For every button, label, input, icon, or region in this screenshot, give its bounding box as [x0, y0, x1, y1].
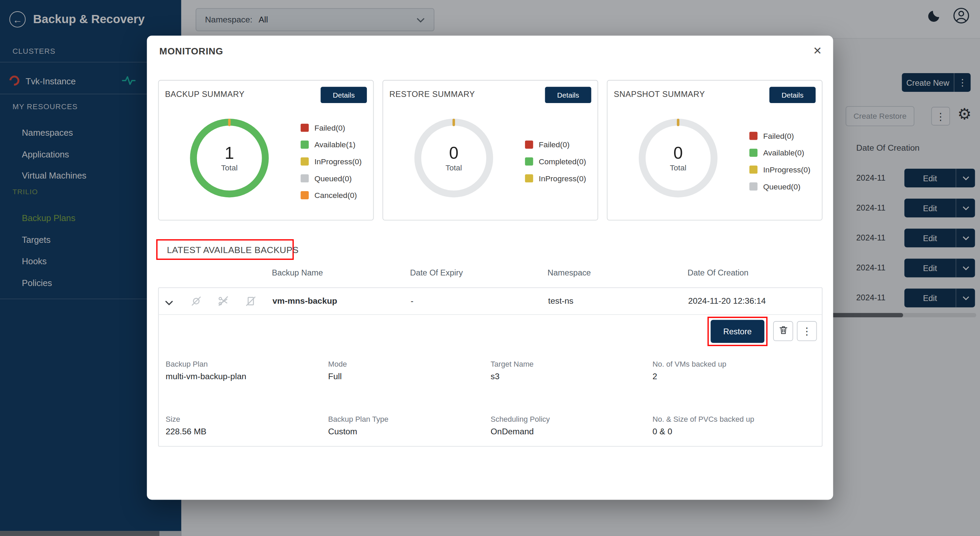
field-label: No. & Size of PVCs backed up	[653, 415, 754, 424]
donut-center: 0 Total	[639, 119, 717, 197]
modal-title: MONITORING	[159, 46, 223, 56]
card-title: RESTORE SUMMARY	[389, 89, 475, 99]
monitoring-modal: MONITORING ✕ BACKUP SUMMARY Details 1 To…	[147, 36, 833, 500]
field-value: Full	[328, 372, 347, 381]
total-label: Total	[221, 163, 238, 173]
app-root: ← Backup & Recovery CLUSTERS Tvk-Instanc…	[0, 0, 980, 536]
legend-item: Queued(0)	[301, 170, 362, 187]
field-label: Target Name	[491, 360, 533, 369]
donut-center: 1 Total	[190, 119, 269, 197]
legend-item: Failed(0)	[301, 119, 362, 136]
retention-disabled-icon	[244, 295, 257, 310]
field-mode: Mode Full	[328, 360, 347, 381]
legend-swatch	[301, 191, 309, 199]
legend-label: Failed(0)	[763, 132, 794, 140]
field-label: Mode	[328, 360, 347, 369]
field-size: Size 228.56 MB	[166, 415, 207, 436]
legend-swatch	[749, 166, 757, 174]
card-title: BACKUP SUMMARY	[165, 89, 245, 99]
exclude-disabled-icon	[217, 295, 229, 310]
legend-label: Available(1)	[314, 140, 356, 149]
restore-summary-card: RESTORE SUMMARY Details 0 Total Failed(0…	[382, 80, 598, 220]
field-label: Size	[166, 415, 207, 424]
legend-label: Canceled(0)	[314, 191, 357, 200]
legend: Failed(0) Completed(0) InProgress(0)	[525, 136, 586, 187]
field-backup-plan-type: Backup Plan Type Custom	[328, 415, 388, 436]
legend-swatch	[301, 124, 309, 132]
legend-swatch	[525, 174, 533, 182]
field-pvcs-backed-up: No. & Size of PVCs backed up 0 & 0	[653, 415, 754, 436]
field-scheduling-policy: Scheduling Policy OnDemand	[491, 415, 550, 436]
legend-label: Available(0)	[763, 148, 804, 157]
summary-cards: BACKUP SUMMARY Details 1 Total Failed(0)…	[158, 80, 822, 220]
delete-backup-button[interactable]	[773, 321, 793, 341]
field-label: No. of VMs backed up	[653, 360, 727, 369]
field-vms-backed-up: No. of VMs backed up 2	[653, 360, 727, 381]
legend-item: Available(0)	[749, 144, 811, 161]
snapshot-donut-chart: 0 Total	[639, 119, 717, 197]
field-label: Backup Plan	[166, 360, 247, 369]
chevron-down-expander-icon[interactable]	[165, 297, 173, 308]
legend-swatch	[749, 182, 757, 190]
column-header-date-of-expiry: Date Of Expiry	[410, 268, 463, 278]
legend-item: Queued(0)	[749, 178, 811, 195]
restore-donut-chart: 0 Total	[414, 119, 493, 197]
legend-swatch	[525, 140, 533, 149]
snapshot-summary-card: SNAPSHOT SUMMARY Details 0 Total Failed(…	[607, 80, 822, 220]
details-button[interactable]: Details	[321, 87, 367, 103]
field-value: 0 & 0	[653, 427, 754, 436]
latest-backups-section-title: LATEST AVAILABLE BACKUPS	[158, 244, 299, 254]
total-value: 1	[224, 144, 234, 163]
backup-row-container: vm-mns-backup - test-ns 2024-11-20 12:36…	[158, 287, 822, 447]
legend-item: Completed(0)	[525, 153, 586, 170]
column-header-date-of-creation: Date Of Creation	[687, 268, 748, 278]
legend-label: Queued(0)	[314, 174, 352, 183]
field-value: 228.56 MB	[166, 427, 207, 436]
legend-label: InProgress(0)	[763, 165, 811, 174]
close-icon[interactable]: ✕	[813, 44, 822, 57]
legend-swatch	[749, 149, 757, 157]
legend-label: Completed(0)	[539, 157, 586, 166]
legend-label: InProgress(0)	[539, 174, 586, 183]
legend-item: Available(1)	[301, 136, 362, 153]
cell-backup-name: vm-mns-backup	[272, 296, 337, 306]
legend-item: InProgress(0)	[749, 161, 811, 178]
total-label: Total	[670, 163, 687, 173]
legend-item: InProgress(0)	[301, 153, 362, 170]
cell-date-of-creation: 2024-11-20 12:36:14	[688, 296, 765, 306]
legend-swatch	[301, 157, 309, 166]
legend: Failed(0) Available(1) InProgress(0) Que…	[301, 119, 362, 204]
legend-item: Canceled(0)	[301, 187, 362, 204]
field-value: s3	[491, 372, 533, 381]
column-header-backup-name: Backup Name	[272, 268, 323, 278]
backup-summary-card: BACKUP SUMMARY Details 1 Total Failed(0)…	[158, 80, 374, 220]
legend-swatch	[525, 157, 533, 166]
total-value: 0	[673, 144, 683, 163]
total-label: Total	[445, 163, 462, 173]
backup-donut-chart: 1 Total	[190, 119, 269, 197]
field-value: OnDemand	[491, 427, 550, 436]
donut-center: 0 Total	[414, 119, 493, 197]
legend-swatch	[749, 132, 757, 140]
total-value: 0	[449, 144, 459, 163]
card-title: SNAPSHOT SUMMARY	[614, 89, 705, 99]
legend: Failed(0) Available(0) InProgress(0) Que…	[749, 128, 811, 195]
cell-namespace: test-ns	[548, 296, 573, 306]
legend-item: InProgress(0)	[525, 170, 586, 187]
legend-swatch	[301, 140, 309, 149]
row-kebab-menu-button[interactable]: ⋮	[797, 321, 817, 341]
field-target-name: Target Name s3	[491, 360, 533, 381]
field-value: Custom	[328, 427, 388, 436]
details-button[interactable]: Details	[769, 87, 816, 103]
legend-label: Failed(0)	[539, 140, 570, 149]
field-value: multi-vm-backup-plan	[166, 372, 247, 381]
annotation-highlight-latest-backups: LATEST AVAILABLE BACKUPS	[156, 239, 294, 260]
field-label: Scheduling Policy	[491, 415, 550, 424]
backup-row: vm-mns-backup - test-ns 2024-11-20 12:36…	[159, 288, 822, 315]
legend-swatch	[301, 174, 309, 182]
legend-label: Failed(0)	[314, 124, 345, 132]
details-button[interactable]: Details	[545, 87, 592, 103]
legend-item: Failed(0)	[525, 136, 586, 153]
field-backup-plan: Backup Plan multi-vm-backup-plan	[166, 360, 247, 381]
column-header-namespace: Namespace	[547, 268, 591, 278]
